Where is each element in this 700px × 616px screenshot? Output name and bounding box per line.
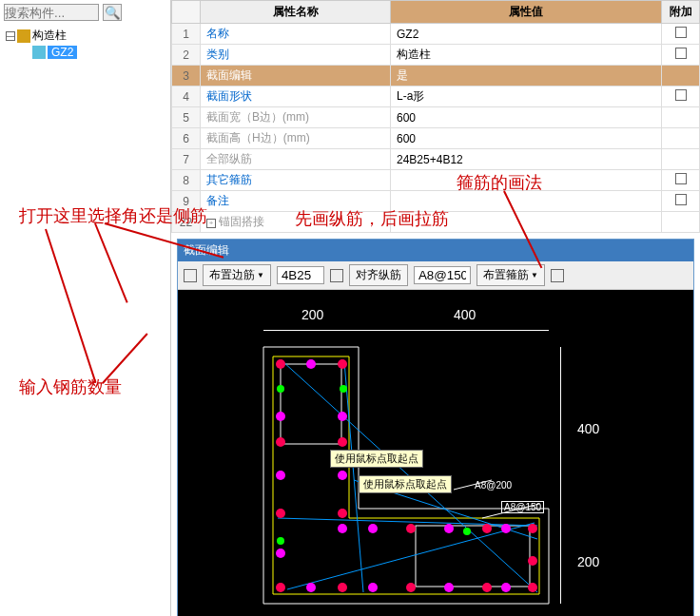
- rebar-dot[interactable]: [277, 537, 284, 545]
- prop-row[interactable]: 4 截面形状 L-a形: [172, 87, 700, 107]
- rebar-dot[interactable]: [306, 583, 316, 592]
- rebar-dot[interactable]: [501, 583, 511, 592]
- attr-value[interactable]: 构造柱: [391, 45, 662, 66]
- expand-icon[interactable]: +: [206, 219, 216, 228]
- rebar-dot[interactable]: [444, 524, 454, 533]
- attr-value[interactable]: 600: [391, 128, 662, 149]
- rebar-dot[interactable]: [338, 583, 347, 592]
- row-number: 5: [172, 107, 201, 128]
- prop-row[interactable]: 3 截面编辑 是: [172, 66, 700, 87]
- rebar-dot[interactable]: [463, 528, 471, 535]
- attr-add-cell[interactable]: [662, 66, 700, 87]
- collapse-icon[interactable]: —: [6, 31, 15, 41]
- rebar-dot[interactable]: [276, 549, 285, 558]
- rebar-dot[interactable]: [501, 524, 511, 533]
- rebar-dot[interactable]: [406, 524, 416, 533]
- rebar-size-input[interactable]: [277, 266, 324, 284]
- rebar-dot[interactable]: [338, 471, 347, 480]
- attr-value[interactable]: GZ2: [391, 24, 662, 45]
- rebar-dot[interactable]: [338, 509, 347, 518]
- checkbox[interactable]: [675, 48, 687, 59]
- attr-value[interactable]: 是: [391, 66, 662, 87]
- prop-row[interactable]: 9 备注: [172, 191, 700, 212]
- rebar-dot[interactable]: [368, 583, 378, 592]
- rebar-dot[interactable]: [482, 524, 492, 533]
- search-input[interactable]: [4, 4, 99, 21]
- attr-add-cell[interactable]: [662, 170, 700, 191]
- attr-add-cell[interactable]: [662, 45, 700, 66]
- attr-name[interactable]: 截面宽（B边）(mm): [201, 107, 391, 128]
- rebar-dot[interactable]: [528, 556, 537, 566]
- rebar-dot[interactable]: [306, 359, 316, 369]
- row-number: 3: [172, 66, 201, 87]
- attr-add-cell[interactable]: [662, 128, 700, 149]
- attr-add-cell[interactable]: [662, 24, 700, 45]
- attr-add-cell[interactable]: [662, 191, 700, 212]
- attr-name[interactable]: 类别: [201, 45, 391, 66]
- attr-name[interactable]: 截面编辑: [201, 66, 391, 87]
- rebar-dot[interactable]: [276, 509, 285, 518]
- layout-icon[interactable]: [184, 269, 197, 282]
- align-button[interactable]: 对齐纵筋: [349, 264, 408, 286]
- chevron-down-icon: ▼: [257, 271, 264, 279]
- attr-name[interactable]: 名称: [201, 24, 391, 45]
- rebar-dot[interactable]: [482, 583, 492, 592]
- prop-row[interactable]: 5 截面宽（B边）(mm) 600: [172, 107, 700, 128]
- rebar-dot[interactable]: [276, 359, 285, 369]
- attr-value[interactable]: 24B25+4B12: [391, 149, 662, 170]
- attr-value[interactable]: [391, 170, 662, 191]
- prop-row[interactable]: 22 + 锚固搭接: [172, 212, 700, 233]
- attr-name[interactable]: 全部纵筋: [201, 149, 391, 170]
- rebar-dot[interactable]: [340, 385, 347, 393]
- tool-extra-icon[interactable]: [551, 269, 564, 282]
- rebar-dot[interactable]: [338, 437, 347, 447]
- align-icon[interactable]: [330, 269, 343, 282]
- rebar-dot[interactable]: [338, 412, 347, 421]
- checkbox[interactable]: [675, 89, 687, 101]
- prop-row[interactable]: 1 名称 GZ2: [172, 24, 700, 45]
- editor-toolbar: 布置边筋 ▼ 对齐纵筋 布置箍筋 ▼: [178, 261, 693, 290]
- attr-add-cell[interactable]: [662, 149, 700, 170]
- tree-child-label: GZ2: [48, 46, 77, 59]
- attr-value[interactable]: [391, 212, 662, 233]
- layout-edge-button[interactable]: 布置边筋 ▼: [203, 264, 271, 286]
- attr-value[interactable]: L-a形: [391, 87, 662, 107]
- tree-root[interactable]: — 构造柱: [6, 27, 165, 45]
- attr-add-cell[interactable]: [662, 87, 700, 107]
- prop-row[interactable]: 2 类别 构造柱: [172, 45, 700, 66]
- layout-stirrup-button[interactable]: 布置箍筋 ▼: [476, 264, 545, 286]
- attr-name[interactable]: 截面形状: [201, 87, 391, 107]
- rebar-dot[interactable]: [528, 524, 537, 533]
- rebar-dot[interactable]: [276, 471, 285, 480]
- attr-add-cell[interactable]: [662, 107, 700, 128]
- prop-row[interactable]: 6 截面高（H边）(mm) 600: [172, 128, 700, 149]
- attr-name[interactable]: 备注: [201, 191, 391, 212]
- tree-child[interactable]: GZ2: [6, 45, 165, 60]
- row-number: 22: [172, 212, 201, 233]
- rebar-dot[interactable]: [444, 583, 454, 592]
- attr-name[interactable]: + 锚固搭接: [201, 212, 391, 233]
- prop-row[interactable]: 8 其它箍筋: [172, 170, 700, 191]
- checkbox[interactable]: [675, 194, 687, 205]
- checkbox[interactable]: [675, 173, 687, 184]
- attr-name[interactable]: 截面高（H边）(mm): [201, 128, 391, 149]
- col-name: 属性名称: [201, 1, 391, 24]
- rebar-dot[interactable]: [276, 583, 285, 592]
- rebar-dot[interactable]: [368, 524, 378, 533]
- attr-value[interactable]: [391, 191, 662, 212]
- drawing-canvas[interactable]: 200 400 400 200: [178, 290, 693, 616]
- checkbox[interactable]: [675, 27, 687, 38]
- rebar-dot[interactable]: [406, 583, 416, 592]
- rebar-dot[interactable]: [277, 385, 284, 393]
- rebar-dot[interactable]: [276, 437, 285, 447]
- rebar-dot[interactable]: [528, 583, 537, 592]
- rebar-dot[interactable]: [338, 524, 347, 533]
- rebar-dot[interactable]: [338, 359, 347, 369]
- svg-rect-1: [416, 526, 530, 587]
- attr-value[interactable]: 600: [391, 107, 662, 128]
- search-button[interactable]: 🔍: [103, 4, 122, 21]
- prop-row[interactable]: 7 全部纵筋 24B25+4B12: [172, 149, 700, 170]
- spacing-input[interactable]: [414, 266, 471, 284]
- rebar-dot[interactable]: [276, 412, 285, 421]
- attr-name[interactable]: 其它箍筋: [201, 170, 391, 191]
